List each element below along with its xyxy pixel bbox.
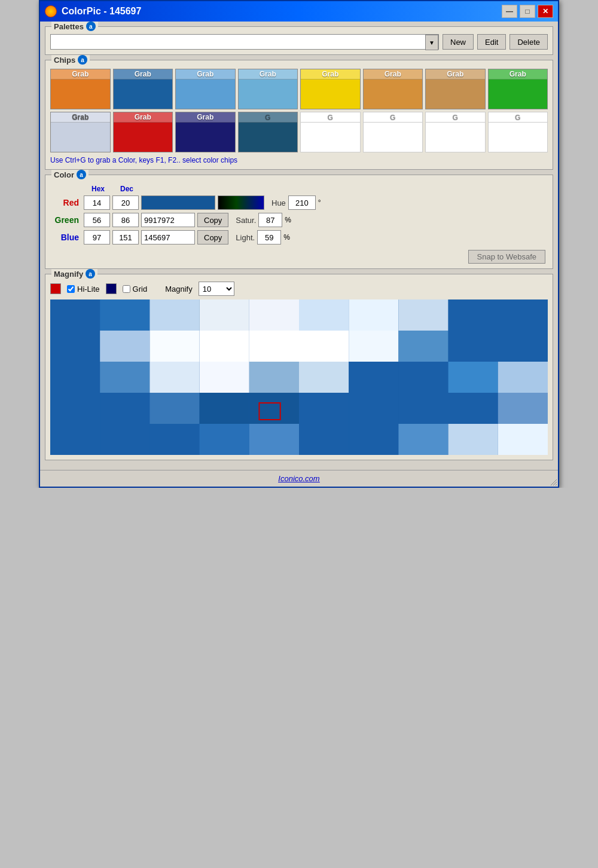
delete-palette-button[interactable]: Delete [509, 34, 548, 50]
chip-7[interactable]: Grab [425, 69, 486, 109]
satur-unit: % [285, 216, 291, 224]
palettes-panel-label: Palettes a [51, 22, 98, 31]
hue-input[interactable] [288, 195, 316, 210]
green-label: Green [50, 215, 81, 225]
svg-rect-12 [100, 331, 150, 362]
chip-9[interactable]: Grab [50, 112, 111, 152]
palette-dropdown-btn[interactable]: ▼ [425, 35, 438, 50]
svg-rect-38 [349, 393, 398, 424]
copy2-button[interactable]: Copy [197, 230, 228, 244]
svg-rect-21 [50, 362, 100, 393]
chip-8[interactable]: Grab [488, 69, 548, 109]
maximize-button[interactable]: □ [520, 5, 535, 18]
copy1-button[interactable]: Copy [197, 213, 228, 227]
chip-1[interactable]: Grab [50, 69, 111, 109]
svg-rect-15 [249, 331, 299, 362]
svg-rect-40 [448, 393, 498, 424]
chip-11[interactable]: Grab [175, 112, 236, 152]
chips-info-icon[interactable]: a [78, 55, 87, 65]
app-icon [45, 5, 57, 17]
magnify-control-label: Magnify [165, 285, 193, 294]
edit-palette-button[interactable]: Edit [477, 34, 506, 50]
hex-col-label: Hex [84, 185, 112, 193]
svg-rect-3 [150, 299, 199, 331]
chip-10-label: Grab [114, 112, 173, 123]
hilite-color-swatch [50, 283, 61, 294]
svg-rect-48 [349, 424, 398, 455]
green-dec-input[interactable] [112, 213, 139, 227]
magnify-info-icon[interactable]: a [86, 269, 95, 279]
magnify-controls: Hi-Lite Grid Magnify 10 5 15 20 [50, 282, 548, 296]
chip-3[interactable]: Grab [175, 69, 236, 109]
magnify-panel: Magnify a Hi-Lite Grid Magnify 10 [45, 274, 553, 460]
minimize-button[interactable]: — [502, 5, 517, 18]
dec-col-label: Dec [112, 185, 141, 193]
pixel-display [50, 299, 548, 455]
svg-rect-26 [299, 362, 349, 393]
svg-rect-34 [200, 393, 249, 424]
svg-rect-10 [498, 299, 548, 331]
grid-checkbox[interactable] [123, 285, 130, 293]
palettes-info-icon[interactable]: a [86, 22, 96, 31]
svg-rect-17 [349, 331, 398, 362]
color-info-icon[interactable]: a [77, 170, 86, 179]
blue-label: Blue [50, 233, 81, 242]
svg-rect-49 [398, 424, 448, 455]
chips-panel: Chips a Grab Grab Grab [45, 60, 553, 170]
svg-rect-45 [200, 424, 249, 455]
color-value1-input[interactable] [141, 213, 195, 227]
svg-rect-39 [398, 393, 448, 424]
light-label: Light. [236, 233, 255, 242]
svg-rect-11 [50, 331, 100, 362]
hilite-checkbox[interactable] [67, 285, 75, 293]
svg-rect-31 [50, 393, 100, 424]
color-panel: Color a Hex Dec Red Hue ° [45, 175, 553, 269]
color-value2-input[interactable] [141, 230, 195, 244]
svg-rect-32 [100, 393, 150, 424]
chip-16[interactable]: G [488, 112, 548, 152]
chip-12[interactable]: G [238, 112, 298, 152]
close-button[interactable]: ✕ [538, 5, 553, 18]
chip-13[interactable]: G [300, 112, 361, 152]
svg-rect-18 [398, 331, 448, 362]
svg-rect-47 [299, 424, 349, 455]
green-hex-input[interactable] [84, 213, 110, 227]
svg-rect-1 [50, 299, 100, 331]
svg-rect-50 [448, 424, 498, 455]
chip-4[interactable]: Grab [238, 69, 298, 109]
blue-row: Blue Copy Light. % [50, 230, 548, 244]
red-hex-input[interactable] [84, 195, 110, 210]
magnify-select[interactable]: 10 5 15 20 [199, 282, 234, 296]
svg-rect-37 [299, 393, 349, 424]
blue-dec-input[interactable] [112, 230, 139, 244]
snap-websafe-button[interactable]: Snap to Websafe [468, 250, 546, 264]
chip-6[interactable]: Grab [363, 69, 423, 109]
chip-14[interactable]: G [363, 112, 423, 152]
chips-hint: Use Ctrl+G to grab a Color, keys F1, F2.… [50, 156, 548, 164]
footer-link[interactable]: Iconico.com [278, 474, 319, 483]
svg-line-54 [556, 484, 557, 485]
magnify-panel-label: Magnify a [51, 269, 97, 279]
color-preview [141, 195, 215, 210]
satur-label: Satur. [236, 216, 256, 225]
svg-rect-28 [398, 362, 448, 393]
chip-15[interactable]: G [425, 112, 486, 152]
chip-6-label: Grab [364, 69, 423, 80]
red-dec-input[interactable] [112, 195, 139, 210]
satur-input[interactable] [258, 213, 282, 227]
new-palette-button[interactable]: New [443, 34, 474, 50]
resize-handle[interactable] [548, 477, 557, 485]
chip-2[interactable]: Grab [113, 69, 173, 109]
svg-rect-44 [150, 424, 199, 455]
hue-label: Hue [271, 198, 286, 207]
palettes-row: ▼ New Edit Delete [50, 34, 548, 50]
light-input[interactable] [257, 230, 281, 244]
chip-11-label: Grab [176, 112, 235, 123]
title-bar: ColorPic - 145697 — □ ✕ [40, 1, 558, 22]
chip-5[interactable]: Grab [300, 69, 361, 109]
blue-hex-input[interactable] [84, 230, 110, 244]
chip-9-label: Grab [51, 112, 110, 123]
chip-10[interactable]: Grab [113, 112, 173, 152]
content-area: Palettes a ▼ New Edit Delete Chips a [40, 22, 558, 470]
palette-select[interactable] [51, 35, 425, 49]
